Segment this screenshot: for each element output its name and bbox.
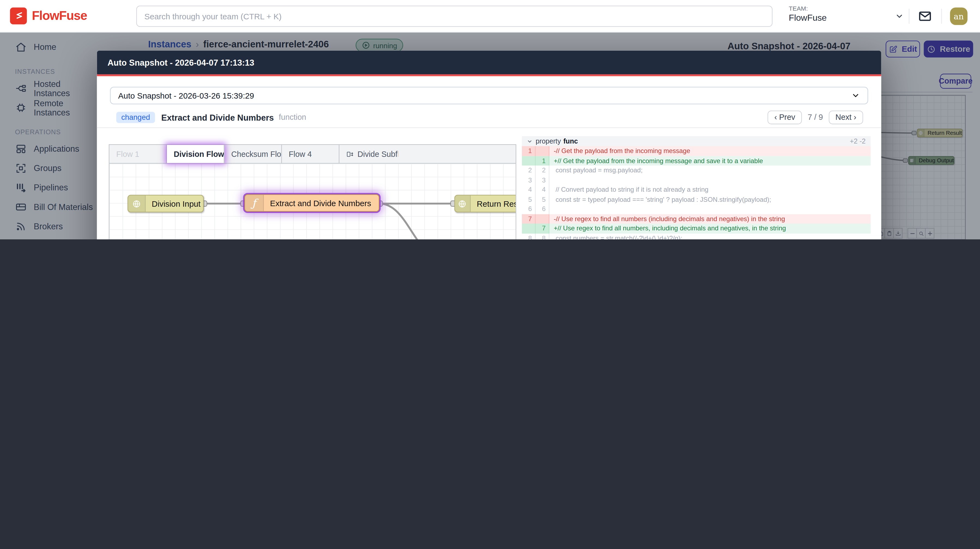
diff-row: 55 const str = typeof payload === 'strin… [522, 194, 871, 204]
change-counter: 7 / 9 [808, 113, 823, 122]
diff-panel: propertyfunc +2 -2 1-// Get the payload … [522, 136, 871, 240]
modal-title: Auto Snapshot - 2026-04-07 17:13:13 [107, 58, 254, 67]
user-avatar[interactable]: an [950, 8, 967, 25]
divider [941, 9, 942, 24]
divider [909, 9, 909, 24]
tab-division-flow[interactable]: Division Flow [167, 145, 224, 163]
team-selector[interactable]: TEAM: FlowFuse [789, 5, 827, 23]
divider [97, 127, 881, 128]
diff-property-func-header[interactable]: propertyfunc +2 -2 [522, 136, 871, 146]
modal-accent-bar [97, 75, 881, 76]
top-bar: FlowFuse TEAM: FlowFuse an [0, 0, 980, 32]
node-extract-and-divide-numbers[interactable]: ƒ Extract and Divide Numbers [245, 194, 379, 212]
changed-node-type: function [279, 113, 306, 122]
mail-icon[interactable] [918, 9, 932, 24]
flow-tabs: Flow 1 Division Flow Checksum Flow Flow … [109, 144, 516, 163]
diff-row: 1-// Get the payload from the incoming m… [522, 146, 871, 156]
diff-row: 44 // Convert payload to string if it is… [522, 185, 871, 195]
changed-badge: changed [116, 112, 155, 123]
function-icon: ƒ [245, 195, 264, 211]
logo-text: FlowFuse [32, 9, 87, 23]
chevron-down-icon[interactable] [895, 12, 904, 21]
team-name: FlowFuse [789, 13, 827, 23]
diff-row: 88 const numbers = str.match(/-?\d+(\.\d… [522, 233, 871, 240]
diff-row: 1+// Get the payload from the incoming m… [522, 156, 871, 165]
team-label: TEAM: [789, 5, 827, 13]
flowfuse-app: FlowFuse TEAM: FlowFuse an Home INSTANCE… [0, 0, 980, 240]
modal-header: Auto Snapshot - 2026-04-07 17:13:13 [97, 51, 881, 75]
diff-row: 7-// Use regex to find all numbers (incl… [522, 214, 871, 224]
tab-divide-subflow[interactable]: Divide Subflow [339, 145, 398, 163]
globe-icon [128, 195, 146, 212]
tab-checksum-flow[interactable]: Checksum Flow [224, 145, 282, 163]
flow-canvas[interactable]: Division Input ƒ Extract and Divide Numb… [109, 163, 516, 240]
subflow-icon [346, 150, 354, 158]
snapshot-compare-select[interactable]: Auto Snapshot - 2026-03-26 15:39:29 [110, 87, 868, 104]
changed-node-name: Extract and Divide Numbers [161, 113, 274, 122]
next-change-button[interactable]: Next › [829, 111, 863, 124]
diff-stats: +2 -2 [850, 138, 865, 145]
diff-row: 22 const payload = msg.payload; [522, 165, 871, 175]
diff-row: 7+// Use regex to find all numbers, incl… [522, 224, 871, 233]
prev-change-button[interactable]: ‹ Prev [767, 111, 802, 124]
flowfuse-logo-icon [10, 8, 27, 24]
change-pager: ‹ Prev 7 / 9 Next › [767, 111, 863, 124]
search-input[interactable] [136, 6, 773, 27]
node-division-input[interactable]: Division Input [127, 195, 204, 213]
snapshot-compare-modal: Auto Snapshot - 2026-04-07 17:13:13 Auto… [97, 51, 881, 240]
diff-row: 33 [522, 175, 871, 185]
node-return-result[interactable]: Return Result [454, 195, 516, 213]
tab-flow-4[interactable]: Flow 4 [282, 145, 339, 163]
chevron-down-icon [851, 91, 860, 100]
flowfuse-logo[interactable]: FlowFuse [10, 8, 87, 24]
change-summary-row: changed Extract and Divide Numbers funct… [116, 109, 863, 125]
tab-flow-1[interactable]: Flow 1 [109, 145, 167, 163]
chevron-down-icon [527, 138, 533, 144]
globe-icon [455, 195, 471, 212]
diff-row: 66 [522, 204, 871, 214]
